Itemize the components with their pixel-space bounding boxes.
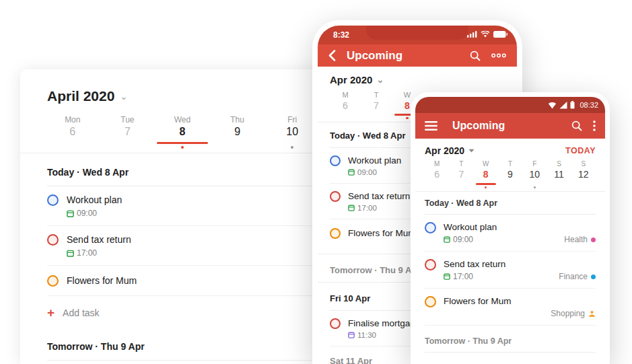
wifi-icon — [548, 102, 557, 109]
today-button[interactable]: TODAY — [565, 146, 596, 155]
task-row[interactable]: Send tax return 17:00 Finance — [425, 252, 596, 289]
selected-day-underline — [157, 142, 208, 144]
calendar-date-icon — [348, 205, 355, 211]
task-label[interactable]: Health — [564, 235, 596, 244]
day-thu[interactable]: T 9 — [498, 160, 522, 188]
task-row[interactable]: Flowers for Mum — [47, 266, 320, 296]
wifi-icon — [481, 31, 490, 38]
task-time: 11:30 — [357, 331, 376, 339]
day-tue[interactable]: T 7 — [449, 160, 473, 188]
label-dot — [591, 275, 596, 279]
status-time: 08:32 — [580, 101, 598, 109]
task-title: Send tax return — [67, 233, 320, 246]
task-time: 17:00 — [453, 272, 473, 281]
task-checkbox[interactable] — [425, 296, 436, 307]
chevron-down-icon: ⌄ — [120, 92, 127, 102]
task-title: Flowers for Mum — [67, 275, 320, 287]
person-icon — [588, 310, 596, 318]
task-time: 17:00 — [77, 248, 97, 258]
more-ellipsis-icon[interactable] — [491, 53, 506, 58]
calendar-date-icon — [67, 250, 74, 257]
add-task-button[interactable]: + Add task — [47, 307, 320, 318]
task-title: Send tax return — [444, 258, 596, 270]
android-app-bar: Upcoming — [415, 113, 605, 139]
day-fri[interactable]: Fri 10 — [265, 115, 320, 149]
task-time: 17:00 — [357, 204, 377, 212]
chevron-down-icon — [468, 149, 475, 153]
day-wed-selected[interactable]: W 8 — [474, 160, 498, 188]
plus-icon: + — [47, 307, 55, 318]
signal-icon — [467, 31, 477, 38]
search-icon[interactable] — [470, 50, 481, 61]
task-checkbox[interactable] — [330, 318, 341, 329]
selected-day-underline — [476, 183, 496, 185]
day-mon[interactable]: M 6 — [330, 91, 361, 119]
month-selector[interactable]: Apr 2020 ⌄ — [330, 74, 505, 85]
task-indicator-dot — [291, 146, 293, 149]
task-time: 09:00 — [357, 168, 377, 176]
month-selector[interactable]: Apr 2020 — [425, 145, 565, 156]
section-header-tomorrow: Tomorrow · Thu 9 Apr — [425, 336, 596, 353]
calendar-date-icon — [444, 236, 450, 243]
label-dot — [591, 238, 596, 242]
task-checkbox[interactable] — [330, 191, 341, 202]
battery-icon — [493, 31, 507, 38]
task-title: Workout plan — [67, 194, 320, 206]
shared-label[interactable]: Shopping — [551, 309, 596, 318]
task-checkbox[interactable] — [47, 234, 59, 246]
battery-icon — [570, 101, 575, 109]
desktop-upcoming-view: April 2020 ⌄ Mon 6 Tue 7 Wed 8 Thu 9 Fri… — [20, 69, 326, 364]
page-title: Upcoming — [347, 49, 459, 63]
day-mon[interactable]: M 6 — [425, 160, 449, 188]
task-time: 09:00 — [453, 235, 473, 244]
ios-notch — [366, 26, 468, 40]
calendar-date-icon — [348, 169, 355, 176]
task-checkbox[interactable] — [47, 194, 59, 206]
month-selector[interactable]: April 2020 ⌄ — [47, 88, 320, 104]
menu-hamburger-icon[interactable] — [425, 121, 437, 131]
task-row[interactable]: Flowers for Mum Shopping — [425, 289, 596, 326]
day-tue[interactable]: Tue 7 — [100, 115, 155, 149]
section-header-today: Today · Wed 8 Apr — [47, 167, 320, 186]
month-title: April 2020 — [47, 88, 114, 104]
week-strip: M 6 T 7 W 8 T 9 — [425, 160, 596, 188]
task-time: 09:00 — [77, 209, 97, 218]
task-row[interactable]: Send tax return 17:00 — [47, 226, 320, 266]
task-indicator-dot — [534, 186, 536, 189]
back-chevron-icon[interactable] — [328, 50, 336, 61]
calendar-date-icon — [444, 273, 450, 280]
task-title: Workout plan — [444, 221, 596, 233]
day-mon[interactable]: Mon 6 — [45, 115, 100, 149]
task-checkbox[interactable] — [330, 228, 341, 239]
task-row[interactable]: Workout plan 09:00 — [47, 186, 320, 226]
task-row[interactable]: Workout plan 09:00 Health — [425, 215, 596, 252]
section-header-today: Today · Wed 8 Apr — [425, 198, 596, 215]
task-indicator-dot — [485, 186, 487, 189]
ios-status-bar: 8:32 — [318, 26, 517, 44]
divider — [415, 191, 605, 192]
task-indicator-dot — [406, 117, 409, 120]
week-strip: Mon 6 Tue 7 Wed 8 Thu 9 Fri 10 — [45, 115, 320, 149]
status-time: 8:32 — [333, 30, 349, 40]
day-thu[interactable]: Thu 9 — [210, 115, 265, 149]
ios-nav-bar: Upcoming — [318, 44, 517, 67]
day-fri[interactable]: F 10 — [522, 160, 547, 188]
day-sat[interactable]: S 11 — [547, 160, 571, 188]
day-tue[interactable]: T 7 — [361, 91, 392, 119]
task-checkbox[interactable] — [425, 222, 436, 233]
calendar-date-icon — [67, 210, 74, 217]
android-phone: 08:32 Upcoming Apr 2020 TODAY — [411, 92, 610, 364]
divider — [20, 153, 326, 153]
task-indicator-dot — [181, 146, 184, 149]
task-label[interactable]: Finance — [559, 272, 596, 281]
android-status-bar: 08:32 — [415, 97, 605, 113]
task-checkbox[interactable] — [47, 275, 59, 287]
signal-icon — [559, 102, 567, 109]
day-sun[interactable]: S 12 — [571, 160, 596, 188]
search-icon[interactable] — [571, 120, 582, 131]
task-checkbox[interactable] — [330, 155, 341, 166]
task-checkbox[interactable] — [425, 259, 436, 270]
kebab-menu-icon[interactable] — [593, 120, 596, 131]
task-title: Flowers for Mum — [444, 295, 596, 307]
day-wed-selected[interactable]: Wed 8 — [155, 115, 210, 149]
